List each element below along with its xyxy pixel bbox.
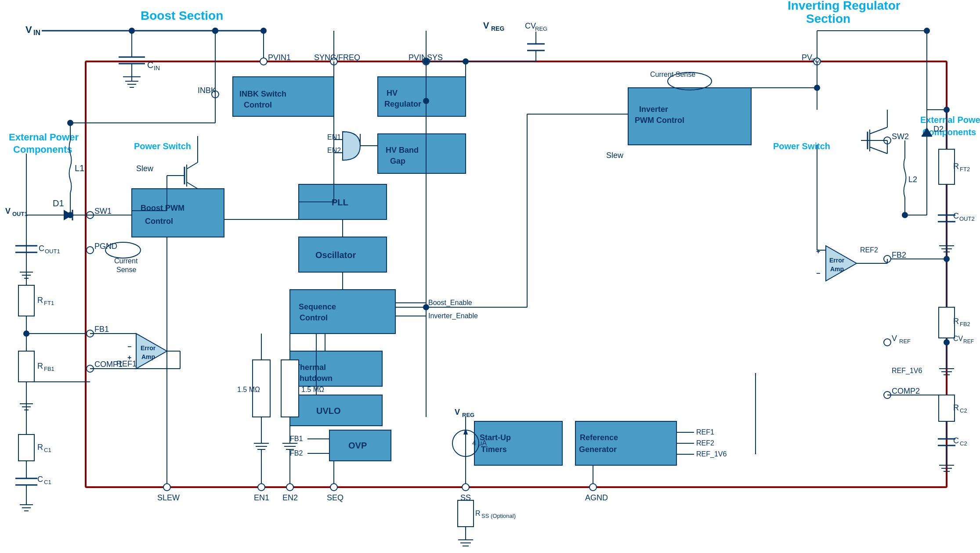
inverting-section-label: Inverting Regulator: [788, 0, 900, 12]
vin-label: V: [25, 24, 32, 35]
error-amp-inv-minus: −: [816, 269, 820, 277]
svg-point-158: [902, 212, 908, 218]
fb2-ovp-label: FB2: [290, 449, 303, 457]
svg-point-61: [67, 120, 73, 126]
slew-text-boost: Slew: [136, 164, 154, 173]
svg-rect-44: [18, 434, 34, 461]
ref-gen-label2: Generator: [579, 445, 617, 454]
current-sense-boost-label2: Sense: [116, 266, 136, 273]
svg-rect-111: [281, 360, 299, 417]
rft1-label: R: [37, 296, 43, 305]
error-amp-boost-minus: −: [127, 343, 131, 350]
hv-bg-label: HV Band: [386, 146, 419, 154]
diagram-container: Boost Section Inverting Regulator Sectio…: [0, 0, 980, 553]
d2-label: D2: [933, 125, 944, 133]
current-4ua-label: 4 μA: [472, 439, 487, 447]
cin-label: C: [147, 60, 153, 70]
boost-section-label: Boost Section: [141, 9, 223, 22]
svg-point-77: [87, 247, 94, 254]
power-switch-boost-label: Power Switch: [134, 141, 191, 151]
ext-power-right-label: External Power: [920, 115, 980, 125]
inv-pwm-label2: PWM Control: [635, 116, 684, 125]
vreg-sub: REG: [462, 412, 474, 418]
vout1-label: V: [5, 207, 11, 215]
ref-1v6-out-label: REF_1V6: [696, 450, 727, 458]
rfb1-label: R: [37, 362, 43, 370]
cc2-label: C: [953, 436, 959, 445]
svg-rect-184: [939, 395, 955, 421]
ref-1v6-right-label: REF_1V6: [892, 367, 922, 375]
vin-sub: IN: [33, 29, 40, 36]
fb1-ovp-label: FB1: [290, 435, 303, 442]
power-switch-inv-label: Power Switch: [773, 141, 830, 151]
comp2-pin-label: COMP2: [892, 387, 920, 395]
slew-pin-label: SLEW: [157, 493, 180, 502]
vreg-top-sub: REG: [491, 25, 504, 32]
ref1-out-label: REF1: [696, 428, 714, 436]
hv-bg-label2: Gap: [390, 157, 405, 165]
rc1-sub: C1: [44, 447, 51, 453]
seq-ctrl-label: Sequence: [299, 302, 336, 311]
cc1-label: C: [37, 475, 43, 484]
cvref-label: CV: [953, 335, 963, 342]
ref2-out-label: REF2: [696, 439, 714, 447]
svg-rect-33: [18, 351, 34, 382]
ref2-amp-label: REF2: [860, 246, 878, 254]
svg-point-123: [163, 484, 170, 491]
inbk-switch-block2: Control: [244, 101, 272, 109]
ref1-label: REF1: [116, 359, 137, 368]
error-amp-boost-label2: Amp: [141, 353, 155, 360]
vout1-sub: OUT1: [12, 211, 28, 217]
svg-rect-97: [290, 290, 395, 334]
rc2-label: R: [953, 403, 959, 412]
resistor-15m-2-label: 1.5 MΩ: [301, 386, 324, 393]
thermal-sd-label2: Shutdown: [294, 374, 333, 383]
rft2-label: R: [953, 162, 959, 171]
rfb2-label: R: [953, 317, 959, 326]
rfb1-sub: FB1: [44, 366, 54, 372]
rss-sub: SS (Optional): [481, 513, 516, 519]
boost-enable-label: Boost_Enable: [428, 299, 472, 307]
svg-point-119: [286, 484, 293, 491]
inverter-enable-label: Inverter_Enable: [428, 312, 478, 320]
svg-point-142: [589, 484, 597, 491]
inbk-switch-block: INBK Switch: [239, 90, 286, 98]
pvin2-label: PV: [802, 53, 812, 62]
svg-rect-137: [458, 500, 474, 527]
cvref-sub: REF: [963, 338, 974, 345]
cvreg-top-label: CV: [525, 22, 536, 30]
svg-point-59: [260, 58, 267, 65]
svg-rect-127: [575, 421, 676, 465]
cout1-sub: OUT1: [45, 248, 60, 255]
svg-rect-176: [939, 307, 955, 338]
slew-text-inv: Slew: [606, 151, 624, 160]
svg-rect-167: [939, 149, 955, 184]
rft1-sub: FT1: [44, 300, 54, 306]
fb1-pin-label: FB1: [94, 325, 109, 334]
seq-pin-label: SEQ: [327, 493, 344, 502]
ext-power-left-label: External Power: [9, 132, 79, 143]
sync-freq-label: SYNC/FREQ: [314, 53, 360, 62]
hv-reg-label2: Regulator: [384, 100, 421, 108]
svg-point-121: [330, 484, 337, 491]
ext-power-left-label2: Components: [13, 144, 72, 155]
svg-rect-76: [132, 189, 224, 237]
uvlo-label: UVLO: [316, 406, 341, 416]
l1-label: L1: [75, 163, 84, 173]
en1-pin-label: EN1: [254, 493, 269, 502]
rft2-sub: FT2: [960, 166, 970, 172]
agnd-pin-label: AGND: [585, 493, 608, 502]
rc2-sub: C2: [960, 407, 967, 414]
svg-point-135: [462, 484, 469, 491]
svg-point-239: [423, 304, 429, 310]
error-amp-boost-label: Error: [141, 345, 156, 352]
current-sense-inv-label: Current Sense: [650, 71, 695, 78]
cout2-label: C: [953, 212, 959, 220]
en2-pin-label: EN2: [282, 493, 298, 502]
l2-label: L2: [908, 175, 917, 184]
svg-rect-31: [18, 285, 34, 316]
svg-point-228: [814, 85, 820, 91]
rss-label: R: [475, 510, 481, 517]
vref-pin-sub: REF: [899, 338, 911, 345]
fb2-pin-label: FB2: [892, 251, 906, 259]
